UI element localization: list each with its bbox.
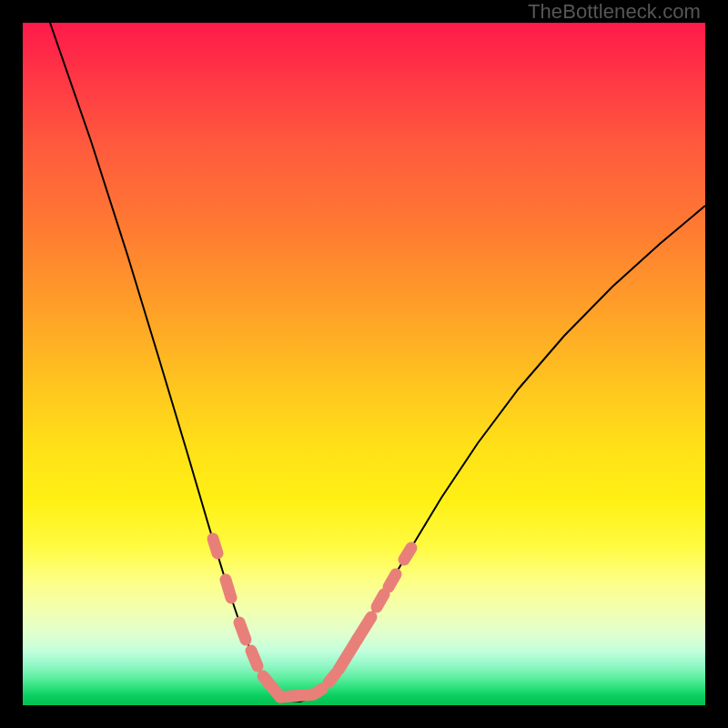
gradient-background [23, 23, 705, 705]
watermark-text: TheBottleneck.com [528, 0, 701, 24]
chart-frame [23, 23, 705, 705]
